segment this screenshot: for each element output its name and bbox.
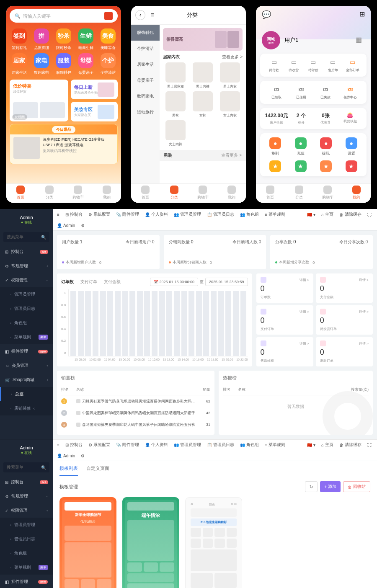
date-to-input[interactable]: 2025-01-15 23:59:59 [205, 278, 248, 286]
order-status-item[interactable]: ▭待收货 [284, 58, 304, 72]
topbar-item[interactable]: ⚙ [81, 454, 86, 458]
chart-tab[interactable]: 支付订单 [80, 279, 97, 285]
topbar-item[interactable]: ⚙系统配置 [88, 442, 110, 448]
view-more-link[interactable]: 查看更多 > [221, 152, 242, 158]
grid-icon[interactable]: ⊞ [359, 10, 365, 18]
back-button[interactable]: ‹ [135, 10, 145, 20]
order-status-item[interactable]: ▭全部订单 [343, 58, 362, 72]
nav-grid-item[interactable]: 拼品质拼团 [32, 28, 52, 51]
topbar-item[interactable]: 📎附件管理 [116, 211, 139, 217]
sidebar-subitem[interactable]: ▫角色组 [0, 546, 53, 560]
category-side-item[interactable]: 母婴亲子 [131, 72, 160, 88]
tab-item[interactable]: 首页 [256, 184, 285, 203]
avatar[interactable]: 商城 B2C [262, 31, 280, 49]
order-stat-card[interactable]: 详情 >0退款订单 [316, 337, 373, 366]
topbar-item[interactable]: 📎附件管理 [116, 442, 139, 448]
chart-tab[interactable]: 订单数 [61, 279, 74, 285]
topbar-item[interactable]: 👤Admin [57, 454, 75, 458]
nav-grid-item[interactable]: 居家居家生活 [10, 53, 29, 75]
sidebar-item[interactable]: ☺会员管理‹ [0, 358, 53, 373]
tab-item[interactable]: 我的 [342, 184, 371, 203]
tab-item[interactable]: 分类 [35, 184, 64, 203]
sidebar-search[interactable]: 搜索菜单 🔍 [3, 462, 49, 472]
order-status-item[interactable]: ▭待付款 [264, 58, 284, 72]
view-more-link[interactable]: 查看更多 > [222, 54, 243, 60]
tab-item[interactable]: 购物车 [313, 184, 342, 203]
refresh-button[interactable]: ↻ [305, 481, 318, 492]
sidebar-subitem[interactable]: ▫菜单规则菜单 [0, 330, 53, 344]
sidebar-subitem[interactable]: ▫角色组 [0, 316, 53, 330]
topbar-item[interactable]: 📋管理员日志 [207, 442, 234, 448]
menu-toggle-icon[interactable]: ≡ [57, 212, 59, 217]
coupon-item[interactable]: 🎟已使用 [289, 85, 314, 100]
product-item[interactable]: 女士内衣 [217, 91, 243, 118]
order-stat-card[interactable]: 详情 >0售后维权 [256, 337, 313, 366]
qrcode-icon[interactable]: ▦ [356, 36, 365, 45]
promo-card-beauty[interactable]: 美妆专区 大家都在买 [71, 102, 118, 121]
topbar-item[interactable]: 👥管理员管理 [174, 211, 201, 217]
tab-item[interactable]: 购物车 [188, 184, 217, 203]
topbar-item[interactable]: ⊞控制台 [65, 442, 83, 448]
tab-item[interactable]: 分类 [285, 184, 314, 203]
topbar-item[interactable]: ⌂主页 [321, 442, 333, 448]
chart-tab[interactable]: 支付金额 [104, 279, 121, 285]
category-side-item[interactable]: 服饰鞋包 [131, 25, 160, 41]
sidebar-subitem[interactable]: ▫总览 [0, 387, 53, 401]
sidebar-item[interactable]: ⚙常规管理‹ [0, 259, 53, 273]
topbar-item[interactable]: 👤个人资料 [145, 442, 168, 448]
wallet-item[interactable]: 👛我的钱包 [338, 112, 363, 125]
nav-grid-item[interactable]: 生鲜电商生鲜 [76, 28, 96, 51]
today-hot[interactable]: 今日爆品 漫步者(EDIFIER) HECATE G2专业版 USB7.1声道 … [10, 124, 118, 164]
nav-grid-item[interactable]: 秒杀限时秒杀 [54, 28, 74, 51]
coupon-item[interactable]: 🎟领券中心 [338, 85, 363, 100]
coupon-item[interactable]: 🎟已领取 [264, 85, 289, 100]
topbar-item[interactable]: ⊞控制台 [65, 211, 83, 217]
wallet-item[interactable]: 1422.00元账户余额 [264, 112, 289, 125]
tab-item[interactable]: 我的 [93, 184, 121, 203]
tab-item[interactable]: 我的 [217, 184, 246, 203]
product-item[interactable]: 女士内裤 [163, 120, 188, 147]
trash-button[interactable]: 🗑回收站 [343, 481, 370, 492]
category-side-item[interactable]: 个护清洁 [131, 41, 160, 57]
sidebar-subitem[interactable]: ▫管理员日志 [0, 532, 53, 546]
user-action-icon[interactable]: ★ [290, 160, 312, 172]
sidebar-item[interactable]: 🛒Shopro商城‹ [0, 373, 53, 387]
user-action-icon[interactable]: ★ [264, 160, 287, 172]
sidebar-item[interactable]: ◧插件管理new [0, 344, 53, 358]
template-card[interactable]: 新年全球购物节 低至3折起 [59, 497, 116, 588]
sidebar-item[interactable]: ◧插件管理new [0, 575, 53, 588]
sidebar-item[interactable]: ⊞控制台hot [0, 245, 53, 259]
order-stat-card[interactable]: 详情 >0待发货订单 [316, 305, 373, 335]
order-stat-card[interactable]: 详情 >0支付订单 [256, 305, 313, 335]
nav-grid-item[interactable]: 美食美味零食 [98, 28, 118, 51]
user-action-item[interactable]: ●签到 [264, 137, 287, 156]
topbar-item[interactable]: 🗑清除缓存 [339, 442, 362, 448]
sidebar-search[interactable]: 搜索菜单 🔍 [3, 232, 49, 242]
topbar-item[interactable]: ≡菜单规则 [265, 442, 285, 448]
product-item[interactable]: 男袜 [163, 91, 188, 118]
product-item[interactable]: 男士居家服 [163, 62, 188, 89]
topbar-item[interactable]: ⚙系统配置 [88, 211, 110, 217]
user-action-icon[interactable]: ★ [341, 160, 363, 172]
sidebar-subitem[interactable]: ▫店铺装修‹ [0, 401, 53, 415]
topbar-item[interactable]: 📋管理员日志 [207, 211, 234, 217]
topbar-item[interactable]: 🗑清除缓存 [339, 211, 362, 217]
tab-template-list[interactable]: 模板列表 [59, 465, 78, 476]
topbar-item[interactable]: ≡菜单规则 [265, 211, 285, 217]
nav-grid-item[interactable]: 家电数码家电 [32, 53, 52, 75]
category-side-item[interactable]: 运动旅行 [131, 104, 160, 120]
coupon-item[interactable]: 🎟已失效 [313, 85, 338, 100]
sidebar-item[interactable]: ✓权限管理‹ [0, 503, 53, 518]
sidebar-subitem[interactable]: ▫管理员日志 [0, 302, 53, 316]
topbar-item[interactable]: ⛶ [367, 212, 373, 217]
tab-item[interactable]: 首页 [6, 184, 35, 203]
topbar-item[interactable]: 👤Admin [57, 223, 75, 228]
promo-card-left[interactable]: 低价特卖 超值好货 发现圈 [10, 80, 68, 121]
topbar-item[interactable]: ⛶ [367, 443, 373, 447]
sidebar-item[interactable]: ⚙常规管理‹ [0, 489, 53, 503]
topbar-item[interactable]: 👤个人资料 [145, 211, 168, 217]
tab-custom-page[interactable]: 自定义页面 [86, 465, 109, 476]
category-side-item[interactable]: 数码家电 [131, 88, 160, 104]
topbar-item[interactable]: 👥角色组 [240, 211, 259, 217]
user-action-item[interactable]: ●设置 [341, 137, 363, 156]
